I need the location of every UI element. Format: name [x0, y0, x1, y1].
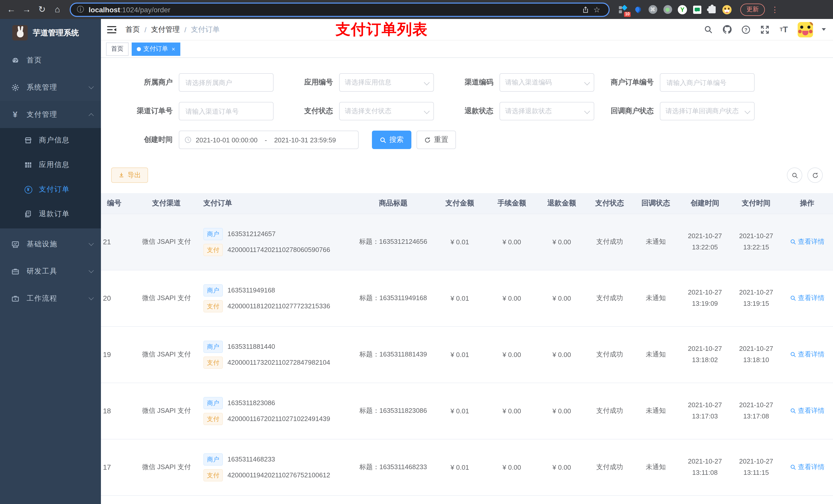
cell-amount: ¥ 0.01 — [433, 439, 487, 495]
cell-actions: 查看详情 — [781, 439, 833, 495]
view-detail-link[interactable]: 查看详情 — [790, 293, 825, 303]
notify-status-select[interactable]: 请选择订单回调商户状态 — [660, 102, 755, 120]
extension-blocks-icon[interactable]: 10 — [618, 4, 628, 15]
view-detail-link[interactable]: 查看详情 — [790, 462, 825, 472]
tag-home[interactable]: 首页 — [106, 42, 128, 55]
chevron-down-icon — [424, 80, 430, 86]
cell-fee: ¥ 0.00 — [487, 214, 537, 270]
refresh-table-button[interactable] — [807, 167, 823, 183]
filter-row-3: 创建时间 2021-10-01 00:00:00 - 2021-10-31 23… — [101, 130, 833, 149]
channel-order-no-input[interactable] — [179, 102, 273, 120]
address-bar[interactable]: ⓘ localhost:1024/pay/order ☆ — [70, 2, 610, 17]
forward-icon[interactable]: → — [21, 3, 33, 16]
breadcrumb-payment[interactable]: 支付管理 — [151, 25, 180, 34]
merchant-badge: 商户 — [204, 228, 223, 240]
view-detail-link[interactable]: 查看详情 — [790, 350, 825, 359]
sidebar-item-label: 退款订单 — [39, 210, 70, 219]
sidebar-menu: 首页 系统管理 ¥ 支付管理 — [0, 47, 101, 504]
filter-label: 渠道订单号 — [121, 106, 179, 116]
user-menu-caret-icon[interactable] — [822, 28, 826, 33]
extensions: 10 ⌘ Y — [618, 4, 732, 15]
reload-icon[interactable]: ↻ — [36, 3, 48, 16]
sidebar-item-merchant-info[interactable]: 商户信息 — [0, 128, 101, 153]
tag-pay-order[interactable]: 支付订单 × — [132, 42, 180, 55]
cell-notify-status: 未通知 — [633, 439, 679, 495]
sidebar-item-workflow[interactable]: 工作流程 — [0, 285, 101, 312]
refund-status-select[interactable]: 请选择退款状态 — [499, 102, 594, 120]
extension-chat-icon[interactable] — [692, 4, 703, 15]
document-icon — [24, 210, 32, 218]
cell-paid-time: 2021-10-2713:11:15 — [731, 439, 781, 495]
sidebar-item-refund-order[interactable]: 退款订单 — [0, 202, 101, 226]
help-icon[interactable]: ? — [741, 24, 751, 34]
fullscreen-icon[interactable] — [760, 24, 770, 34]
screen: ← → ↻ ⌂ ⓘ localhost:1024/pay/order ☆ 10 … — [0, 0, 833, 504]
view-detail-link[interactable]: 查看详情 — [790, 406, 825, 415]
toggle-search-button[interactable] — [787, 167, 802, 183]
payment-submenu: 商户信息 应用信息 ¥ 支付订单 — [0, 128, 101, 229]
back-icon[interactable]: ← — [5, 3, 18, 16]
cell-id — [101, 495, 136, 504]
sidebar-item-home[interactable]: 首页 — [0, 47, 101, 74]
channel-code-select[interactable]: 请输入渠道编码 — [499, 73, 594, 92]
content: 所属商户 应用编号 请选择应用信息 渠道编码 请输入渠道编码 商户订单编号 — [101, 58, 833, 504]
merchant-input[interactable] — [179, 73, 273, 92]
merchant-order-no-input[interactable] — [660, 73, 755, 92]
cell-paid-time: 2021-10-2713:22:15 — [731, 214, 781, 270]
bookmark-star-icon[interactable]: ☆ — [591, 5, 602, 14]
cell-fee: ¥ 0.00 — [487, 270, 537, 326]
home-icon[interactable]: ⌂ — [51, 3, 64, 16]
close-icon[interactable]: × — [172, 45, 175, 52]
app-select[interactable]: 请选择应用信息 — [339, 73, 434, 92]
site-info-icon[interactable]: ⓘ — [77, 5, 84, 14]
topbar: 首页 / 支付管理 / 支付订单 支付订单列表 ? — [101, 19, 833, 41]
extension-dot-icon[interactable] — [662, 4, 673, 15]
breadcrumb-home[interactable]: 首页 — [125, 25, 140, 34]
browser-toolbar: ← → ↻ ⌂ ⓘ localhost:1024/pay/order ☆ 10 … — [0, 0, 833, 19]
extension-y-icon[interactable]: Y — [677, 4, 688, 15]
page-annotation: 支付订单列表 — [336, 20, 428, 40]
reset-button[interactable]: 重置 — [416, 130, 456, 149]
export-button[interactable]: 导出 — [111, 167, 148, 183]
view-detail-link[interactable]: 查看详情 — [790, 237, 825, 246]
sidebar-item-app-info[interactable]: 应用信息 — [0, 153, 101, 177]
sidebar-item-label: 研发工具 — [27, 267, 89, 276]
sidebar-item-devtools[interactable]: 研发工具 — [0, 258, 101, 285]
cell-channel: 微信 JSAPI 支付 — [136, 214, 197, 270]
search-icon — [790, 239, 796, 245]
cell-title: 标题：1635311468233 — [354, 439, 433, 495]
svg-text:?: ? — [744, 27, 747, 32]
cell-paid-time: 2021-10-2713:17:08 — [731, 383, 781, 439]
cell-pay-status — [587, 495, 633, 504]
table-row: 18 微信 JSAPI 支付 商户 1635311823086 支付 — [101, 383, 833, 439]
merchant-badge: 商户 — [204, 397, 223, 409]
sidebar-item-payment[interactable]: ¥ 支付管理 — [0, 101, 101, 128]
share-icon[interactable] — [580, 6, 591, 13]
filter-label: 商户订单编号 — [602, 78, 660, 87]
cell-created-time — [679, 495, 731, 504]
cell-refund: ¥ 0.00 — [537, 383, 587, 439]
create-time-range-picker[interactable]: 2021-10-01 00:00:00 - 2021-10-31 23:59:5… — [179, 130, 359, 149]
sidebar-item-infrastructure[interactable]: 基础设施 — [0, 231, 101, 258]
date-start: 2021-10-01 00:00:00 — [196, 136, 257, 144]
sidebar-item-pay-order[interactable]: ¥ 支付订单 — [0, 177, 101, 202]
sidebar-item-system[interactable]: 系统管理 — [0, 74, 101, 101]
chrome-menu-icon[interactable]: ⋮ — [771, 5, 779, 14]
extension-puzzle-icon[interactable] — [707, 4, 717, 15]
extension-balloon-icon[interactable] — [633, 4, 643, 15]
cell-channel: 微信 JSAPI 支付 — [136, 439, 197, 495]
chrome-update-button[interactable]: 更新 — [740, 3, 765, 16]
extension-emoji-icon[interactable] — [722, 4, 732, 15]
sidebar-collapse-icon[interactable] — [107, 26, 116, 33]
app-logo-row[interactable]: 芋道管理系统 — [0, 19, 101, 47]
github-icon[interactable] — [722, 24, 732, 34]
font-size-icon[interactable]: TT — [779, 24, 789, 34]
cell-id: 17 — [101, 439, 136, 495]
cell-pay-order: 商户 1635311354736 — [197, 495, 354, 504]
avatar[interactable] — [798, 22, 813, 37]
col-notify-status: 回调状态 — [633, 193, 679, 214]
search-icon[interactable] — [703, 24, 713, 34]
pay-status-select[interactable]: 请选择支付状态 — [339, 102, 434, 120]
extension-command-icon[interactable]: ⌘ — [647, 4, 658, 15]
search-button[interactable]: 搜索 — [372, 130, 411, 149]
